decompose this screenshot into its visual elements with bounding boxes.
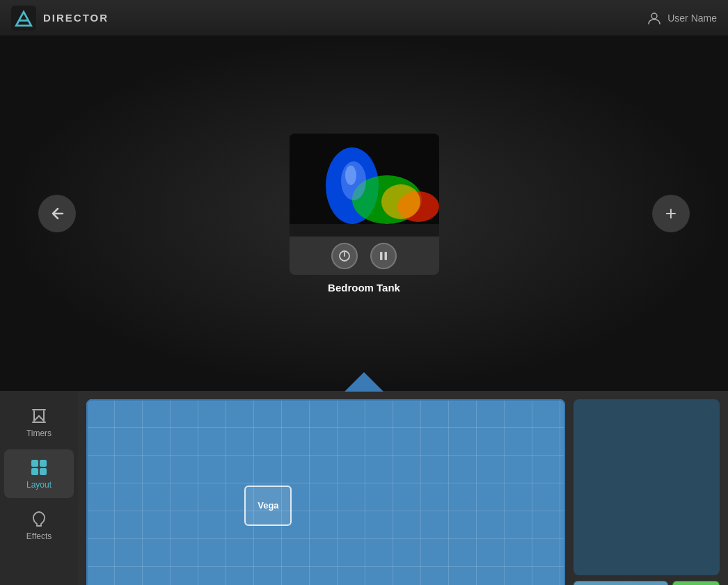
device-preview [573, 399, 720, 575]
layout-label: Layout [26, 480, 52, 490]
app-header: DIRECTOR User Name [0, 0, 728, 36]
add-icon: + [665, 204, 676, 223]
pause-button[interactable] [370, 243, 397, 269]
svg-rect-20 [40, 468, 47, 475]
tank-histogram [290, 134, 439, 237]
svg-point-3 [651, 13, 657, 19]
timers-label: Timers [26, 428, 52, 438]
back-button[interactable] [38, 195, 76, 232]
tank-controls [290, 237, 439, 275]
power-icon [338, 250, 351, 262]
layout-area: Timers Layout Effects [0, 391, 728, 585]
user-menu[interactable]: User Name [647, 10, 717, 26]
vega-label: Vega [258, 500, 278, 511]
panel-pointer [345, 372, 383, 392]
discover-button[interactable]: Discover [573, 581, 668, 585]
grid-area[interactable]: Vega [86, 399, 565, 585]
tank-card: Bedroom Tank [290, 134, 439, 294]
power-button[interactable] [331, 243, 358, 269]
header-right: User Name [647, 10, 717, 26]
add-button[interactable]: + [652, 195, 690, 232]
sidebar-item-layout[interactable]: Layout [4, 449, 74, 498]
header-left: DIRECTOR [11, 6, 109, 31]
svg-rect-19 [31, 468, 38, 475]
tank-name: Bedroom Tank [328, 282, 400, 294]
right-panel: Discover Save [573, 399, 720, 585]
timers-icon [29, 406, 49, 426]
sidebar-item-effects[interactable]: Effects [4, 501, 74, 550]
pause-icon [378, 250, 389, 262]
svg-rect-18 [40, 460, 47, 467]
svg-rect-11 [290, 224, 439, 237]
svg-rect-17 [31, 460, 38, 467]
tank-view-area: Bedroom Tank + [0, 36, 728, 391]
user-name: User Name [667, 13, 717, 24]
effects-label: Effects [26, 531, 52, 541]
action-buttons: Discover Save [573, 581, 720, 585]
user-icon [647, 10, 662, 26]
effects-icon [29, 509, 49, 529]
grid-border [86, 399, 565, 585]
sidebar: Timers Layout Effects [0, 391, 78, 585]
svg-rect-0 [11, 6, 36, 31]
logo-icon [11, 6, 36, 31]
app-title: DIRECTOR [43, 12, 109, 24]
save-button[interactable]: Save [672, 581, 720, 585]
vega-device[interactable]: Vega [244, 486, 292, 526]
svg-point-10 [345, 166, 356, 185]
back-icon [49, 205, 65, 222]
svg-rect-13 [380, 252, 383, 260]
layout-icon [29, 458, 49, 477]
histogram-chart [290, 134, 439, 237]
svg-point-8 [381, 184, 420, 219]
layout-panel: Vega Discover Save [78, 391, 728, 585]
svg-rect-14 [385, 252, 388, 260]
sidebar-item-timers[interactable]: Timers [4, 398, 74, 447]
